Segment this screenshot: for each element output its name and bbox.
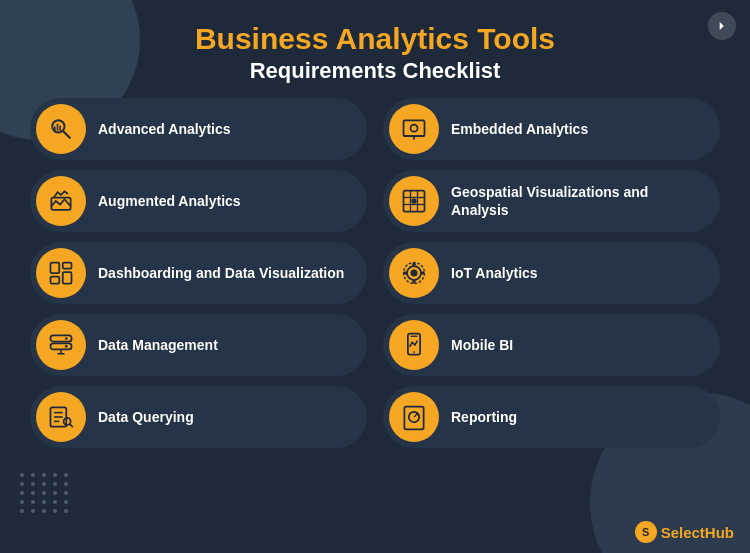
augmented-analytics-icon — [36, 176, 86, 226]
card-iot-analytics[interactable]: IoT Analytics — [383, 242, 720, 304]
svg-point-25 — [412, 263, 416, 267]
page-header: Business Analytics Tools Requirements Ch… — [0, 0, 750, 98]
iot-analytics-label: IoT Analytics — [451, 264, 538, 282]
card-dashboarding[interactable]: Dashboarding and Data Visualization — [30, 242, 367, 304]
advanced-analytics-label: Advanced Analytics — [98, 120, 231, 138]
embedded-analytics-icon — [389, 104, 439, 154]
svg-point-23 — [404, 271, 408, 275]
data-querying-label: Data Querying — [98, 408, 194, 426]
svg-rect-16 — [51, 263, 60, 274]
logo-icon: S — [635, 521, 657, 543]
svg-line-44 — [414, 414, 418, 418]
card-advanced-analytics[interactable]: Advanced Analytics — [30, 98, 367, 160]
svg-line-1 — [63, 131, 70, 138]
card-geospatial[interactable]: Geospatial Visualizations and Analysis — [383, 170, 720, 232]
advanced-analytics-icon — [36, 104, 86, 154]
svg-rect-17 — [63, 263, 72, 269]
data-querying-icon — [36, 392, 86, 442]
dot-grid-decoration — [20, 473, 70, 513]
augmented-analytics-label: Augmented Analytics — [98, 192, 241, 210]
svg-point-24 — [421, 271, 425, 275]
card-embedded-analytics[interactable]: Embedded Analytics — [383, 98, 720, 160]
cards-grid: Advanced Analytics Embedded Analytics Au… — [0, 98, 750, 448]
reporting-icon — [389, 392, 439, 442]
svg-line-41 — [70, 424, 73, 427]
svg-point-6 — [411, 125, 418, 132]
card-augmented-analytics[interactable]: Augmented Analytics — [30, 170, 367, 232]
svg-rect-28 — [51, 343, 72, 349]
svg-rect-27 — [51, 335, 72, 341]
reporting-label: Reporting — [451, 408, 517, 426]
embedded-analytics-label: Embedded Analytics — [451, 120, 588, 138]
card-reporting[interactable]: Reporting — [383, 386, 720, 448]
geospatial-label: Geospatial Visualizations and Analysis — [451, 183, 706, 219]
dashboarding-label: Dashboarding and Data Visualization — [98, 264, 344, 282]
svg-point-34 — [413, 351, 415, 353]
logo-text: SelectHub — [661, 524, 734, 541]
data-management-icon — [36, 320, 86, 370]
svg-point-15 — [411, 198, 416, 203]
card-data-management[interactable]: Data Management — [30, 314, 367, 376]
page-title: Business Analytics Tools — [20, 22, 730, 56]
svg-rect-19 — [63, 272, 72, 283]
svg-point-31 — [65, 337, 68, 340]
mobile-bi-label: Mobile BI — [451, 336, 513, 354]
svg-point-26 — [412, 280, 416, 284]
logo-text-white: Select — [661, 524, 705, 541]
svg-point-20 — [411, 270, 418, 277]
card-mobile-bi[interactable]: Mobile BI — [383, 314, 720, 376]
page-subtitle: Requirements Checklist — [20, 58, 730, 84]
data-management-label: Data Management — [98, 336, 218, 354]
dashboarding-icon — [36, 248, 86, 298]
logo-text-yellow: Hub — [705, 524, 734, 541]
svg-rect-5 — [404, 120, 425, 136]
svg-point-32 — [65, 345, 68, 348]
svg-rect-42 — [404, 407, 423, 430]
mobile-bi-icon — [389, 320, 439, 370]
card-data-querying[interactable]: Data Querying — [30, 386, 367, 448]
selecthub-logo: S SelectHub — [635, 521, 734, 543]
iot-analytics-icon — [389, 248, 439, 298]
geospatial-icon — [389, 176, 439, 226]
svg-rect-18 — [51, 277, 60, 284]
